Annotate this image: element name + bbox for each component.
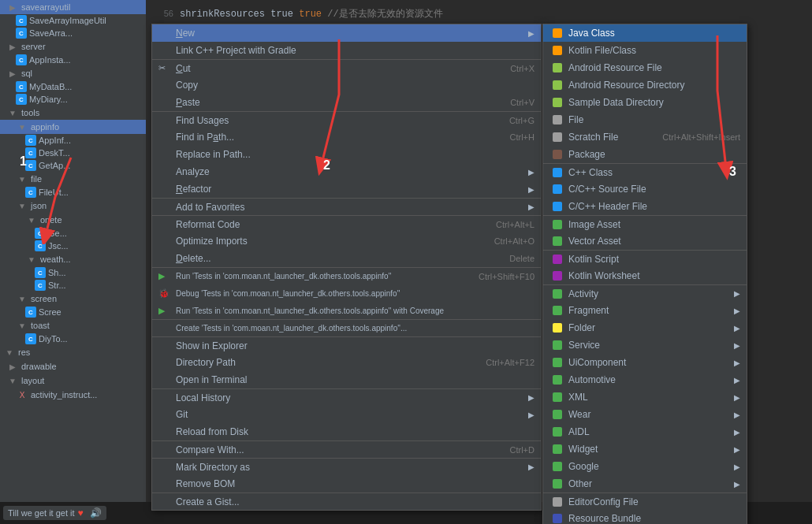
tree-class-scree[interactable]: C Scree	[0, 306, 146, 318]
submenu-item-image-asset[interactable]: Image Asset	[543, 215, 747, 232]
tree-class-appinsta[interactable]: C AppInsta...	[0, 54, 146, 66]
menu-item-add-to-favorites[interactable]: Add to Favorites ▶	[152, 198, 541, 215]
menu-item-run-coverage[interactable]: ▶ Run 'Tests in 'com.moan.nt_launcher_dk…	[152, 302, 541, 319]
menu-item-optimize-imports[interactable]: Optimize Imports Ctrl+Alt+O	[152, 232, 541, 250]
tree-xml-activity[interactable]: X activity_instruct...	[0, 388, 146, 402]
submenu-item-google[interactable]: Google ▶	[543, 458, 747, 475]
tree-folder-tools[interactable]: ▼ tools	[0, 106, 146, 120]
tree-class-mydiary[interactable]: C MyDiary...	[0, 93, 146, 106]
menu-item-show-explorer[interactable]: Show in Explorer	[152, 336, 541, 354]
menu-item-directory-path[interactable]: Directory Path Ctrl+Alt+F12	[152, 354, 541, 371]
code-text: shrinkResources true	[180, 9, 293, 20]
folder-icon: ▶	[6, 360, 19, 373]
submenu-item-resource-bundle[interactable]: Resource Bundle	[543, 510, 747, 524]
xml-icon: X	[16, 388, 28, 401]
tree-class-str[interactable]: C Str...	[0, 279, 146, 292]
svg-text:1: 1	[20, 154, 27, 168]
tree-folder-res[interactable]: ▼ res	[0, 345, 146, 359]
tree-label: AppInf...	[39, 136, 71, 145]
tree-folder-toast[interactable]: ▼ toast	[0, 318, 146, 333]
submenu-item-widget[interactable]: Widget ▶	[543, 440, 747, 458]
tree-label: layout	[21, 376, 44, 385]
menu-item-remove-bom[interactable]: Remove BOM	[152, 475, 541, 492]
submenu-item-activity[interactable]: Activity ▶	[543, 284, 747, 302]
menu-item-debug-tests[interactable]: 🐞 Debug 'Tests in 'com.moan.nt_launcher_…	[152, 284, 541, 302]
submenu-item-aidl[interactable]: AIDL ▶	[543, 423, 747, 440]
tree-class-sh[interactable]: C Sh...	[0, 266, 146, 279]
submenu-item-vector-asset[interactable]: Vector Asset	[543, 232, 747, 250]
tree-folder-savearrayutil[interactable]: ▶ savearrayutil	[0, 0, 146, 14]
class-icon: C	[16, 54, 27, 65]
tree-label: weath...	[40, 255, 71, 264]
class-icon: C	[25, 333, 36, 344]
tree-class-savearr[interactable]: C SaveArra...	[0, 27, 146, 39]
tree-class-savearrayimageutil[interactable]: C SaveArrayImageUtil	[0, 14, 146, 27]
tree-folder-appinfo[interactable]: ▼ appinfo	[0, 120, 146, 134]
arrow-1: 1	[16, 150, 95, 244]
menu-item-run-tests[interactable]: ▶ Run 'Tests in 'com.moan.nt_launcher_dk…	[152, 267, 541, 284]
class-icon: C	[16, 15, 27, 26]
folder-icon: ▼	[16, 292, 28, 305]
folder-icon: ▶	[6, 1, 19, 13]
tree-label: savearrayutil	[21, 2, 70, 12]
submenu-item-service[interactable]: Service ▶	[543, 336, 747, 354]
tree-folder-weath[interactable]: ▼ weath...	[0, 252, 146, 266]
tree-label: MyDiary...	[29, 95, 68, 104]
submenu-item-kotlin-script[interactable]: Kotlin Script	[543, 250, 747, 267]
tree-label: server	[21, 42, 46, 51]
file-tree: ▶ savearrayutil C SaveArrayImageUtil C S…	[0, 0, 146, 524]
coverage-icon: ▶	[158, 306, 173, 316]
class-icon: C	[16, 28, 27, 39]
folder-icon: ▼	[6, 106, 19, 119]
arrow-3: 3	[686, 28, 780, 209]
class-icon: C	[16, 81, 27, 92]
menu-item-reload[interactable]: Reload from Disk	[152, 423, 541, 440]
menu-item-delete[interactable]: Delete... Delete	[152, 250, 541, 267]
tree-label: tools	[21, 108, 39, 117]
submenu-item-kotlin-worksheet[interactable]: Kotlin Worksheet	[543, 267, 747, 284]
menu-item-reformat[interactable]: Reformat Code Ctrl+Alt+L	[152, 215, 541, 232]
tree-folder-layout[interactable]: ▼ layout	[0, 373, 146, 388]
tree-label: AppInsta...	[29, 55, 71, 65]
tree-class-appinf[interactable]: C AppInf...	[0, 134, 146, 147]
tree-label: sql	[21, 69, 32, 78]
class-icon: C	[35, 280, 46, 291]
submenu-item-fragment[interactable]: Fragment ▶	[543, 302, 747, 319]
folder-icon: ▼	[16, 319, 28, 332]
heart-icon: ♥	[78, 507, 84, 518]
menu-item-local-history[interactable]: Local History ▶	[152, 388, 541, 406]
folder-icon: ▼	[3, 346, 16, 359]
tree-folder-server[interactable]: ▶ server	[0, 39, 146, 54]
volume-icon: 🔊	[90, 507, 102, 518]
submenu-item-editorconfig[interactable]: EditorConfig File	[543, 492, 747, 510]
submenu-item-other[interactable]: Other ▶	[543, 475, 747, 492]
tree-class-mydatab[interactable]: C MyDataB...	[0, 80, 146, 93]
tree-label: Sh...	[48, 268, 66, 277]
tree-folder-sql[interactable]: ▶ sql	[0, 66, 146, 80]
cut-icon: ✂	[158, 63, 173, 73]
tree-label: res	[18, 347, 30, 357]
tree-label: Str...	[48, 281, 66, 290]
tree-folder-screen[interactable]: ▼ screen	[0, 292, 146, 306]
menu-item-open-terminal[interactable]: Open in Terminal	[152, 371, 541, 388]
tree-class-diyto[interactable]: C DiyTo...	[0, 333, 146, 345]
run-icon: ▶	[158, 271, 173, 281]
svg-text:3: 3	[729, 165, 736, 178]
folder-icon: ▶	[6, 67, 19, 80]
class-icon: C	[25, 135, 36, 146]
submenu-item-uicomponent[interactable]: UiComponent ▶	[543, 354, 747, 371]
menu-item-create-gist[interactable]: Create a Gist...	[152, 492, 541, 510]
submenu-item-xml[interactable]: XML ▶	[543, 388, 747, 406]
menu-item-compare[interactable]: Compare With... Ctrl+D	[152, 440, 541, 458]
taskbar-app[interactable]: Till we get it get it ♥ 🔊	[3, 506, 106, 520]
menu-item-create-tests[interactable]: Create 'Tests in 'com.moan.nt_launcher_d…	[152, 319, 541, 336]
tree-folder-drawable[interactable]: ▶ drawable	[0, 359, 146, 373]
tree-label: appinfo	[31, 122, 59, 132]
menu-item-git[interactable]: Git ▶	[152, 406, 541, 423]
tree-label: MyDataB...	[29, 82, 72, 91]
submenu-item-automotive[interactable]: Automotive ▶	[543, 371, 747, 388]
submenu-item-wear[interactable]: Wear ▶	[543, 406, 747, 423]
submenu-item-folder[interactable]: Folder ▶	[543, 319, 747, 336]
class-icon: C	[25, 307, 36, 318]
menu-item-mark-dir[interactable]: Mark Directory as ▶	[152, 458, 541, 475]
